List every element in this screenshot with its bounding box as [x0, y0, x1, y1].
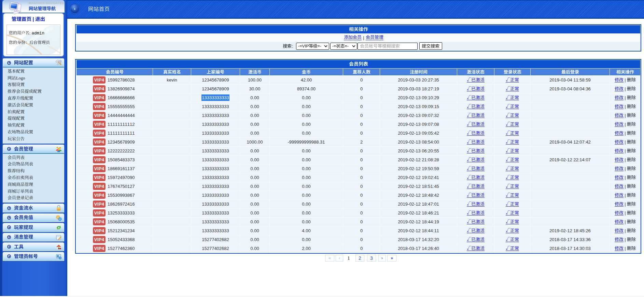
- svg-text:i: i: [60, 257, 60, 259]
